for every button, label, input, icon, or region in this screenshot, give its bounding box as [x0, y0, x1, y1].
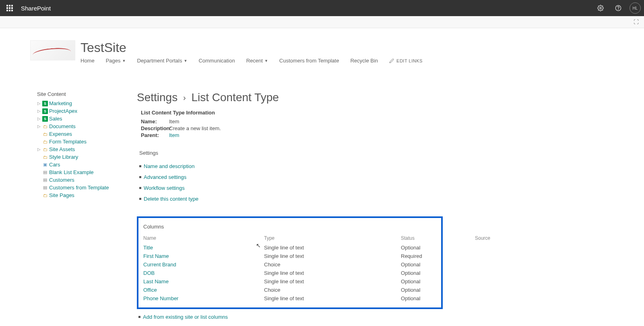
picture-library-icon: ▣ — [42, 162, 48, 168]
tree-item-blank-list-example[interactable]: ▤Blank List Example — [37, 168, 137, 176]
svg-rect-0 — [6, 5, 8, 6]
nav-home[interactable]: Home — [80, 58, 95, 64]
link-name-description[interactable]: Name and description — [144, 163, 194, 169]
ct-name-value: Item — [169, 118, 179, 125]
column-link-first-name[interactable]: First Name — [143, 253, 169, 259]
list-icon: ▤ — [42, 177, 48, 183]
tree-item-marketing[interactable]: ▷SMarketing — [37, 100, 137, 107]
nav-department-portals[interactable]: Department Portals▼ — [137, 58, 187, 64]
nav-customers-from-template[interactable]: Customers from Template — [279, 58, 339, 64]
column-status: Optional — [401, 294, 479, 303]
avatar[interactable]: HL — [630, 2, 641, 14]
sidebar-title: Site Content — [37, 91, 137, 97]
columns-table: Name Type Status Source Title Single lin… — [143, 235, 436, 303]
brand-label[interactable]: SharePoint — [21, 5, 51, 12]
focus-content-icon[interactable]: ⛶ — [632, 18, 640, 26]
breadcrumb-settings[interactable]: Settings — [137, 91, 178, 104]
library-icon: 🗀 — [42, 193, 48, 198]
svg-rect-7 — [9, 10, 10, 11]
ct-name-label: Name: — [141, 118, 169, 125]
column-link-phone-number[interactable]: Phone Number — [143, 295, 178, 301]
expand-icon[interactable]: ▷ — [37, 101, 41, 106]
subsite-icon: S — [42, 116, 48, 122]
column-type: Choice — [264, 260, 401, 269]
column-type: Choice — [264, 286, 401, 294]
link-add-from-existing[interactable]: Add from existing site or list columns — [143, 314, 228, 320]
column-type: Single line of text — [264, 243, 401, 252]
tree-item-customers[interactable]: ▤Customers — [37, 176, 137, 184]
tree-item-form-templates[interactable]: 🗀Form Templates — [37, 138, 137, 145]
column-link-dob[interactable]: DOB — [143, 270, 155, 276]
svg-point-11 — [618, 9, 619, 10]
col-header-source: Source — [475, 235, 490, 243]
column-type: Single line of text — [264, 269, 401, 277]
expand-icon[interactable]: ▷ — [37, 116, 41, 121]
column-status: Optional — [401, 243, 479, 252]
library-icon: 🗀 — [42, 131, 48, 137]
breadcrumb: Settings › List Content Type — [137, 91, 620, 104]
site-content-tree: ▷SMarketing ▷SProjectApex ▷SSales ▷🗀Docu… — [37, 100, 137, 199]
tree-item-cars[interactable]: ▣Cars — [37, 161, 137, 168]
tree-item-customers-from-template[interactable]: ▤Customers from Template — [37, 184, 137, 191]
nav-pages[interactable]: Pages▼ — [106, 58, 126, 64]
tree-item-expenses[interactable]: 🗀Expenses — [37, 130, 137, 138]
columns-highlight-box: Columns Name Type Status Source Title Si… — [137, 216, 443, 309]
column-type: Single line of text — [264, 252, 401, 260]
link-delete-content-type[interactable]: Delete this content type — [144, 196, 198, 202]
nav-communication[interactable]: Communication — [198, 58, 235, 64]
chevron-down-icon: ▼ — [184, 59, 187, 63]
svg-rect-1 — [9, 5, 10, 6]
top-navigation: Home Pages▼ Department Portals▼ Communic… — [80, 58, 644, 64]
nav-recent[interactable]: Recent▼ — [246, 58, 268, 64]
link-advanced-settings[interactable]: Advanced settings — [144, 174, 186, 180]
bullet-icon — [139, 176, 141, 178]
tree-item-site-pages[interactable]: 🗀Site Pages — [37, 191, 137, 199]
app-launcher-icon[interactable] — [3, 2, 16, 15]
expand-icon[interactable]: ▷ — [37, 147, 41, 152]
ct-parent-link[interactable]: Item — [169, 132, 179, 138]
column-status: Optional — [401, 277, 479, 286]
main-content: Settings › List Content Type List Conten… — [137, 91, 644, 326]
subsite-icon: S — [42, 108, 48, 114]
tree-item-projectapex[interactable]: ▷SProjectApex — [37, 107, 137, 115]
svg-rect-8 — [11, 10, 13, 11]
settings-gear-icon[interactable] — [594, 2, 607, 15]
ct-desc-label: Description: — [141, 125, 169, 131]
help-icon[interactable] — [612, 2, 625, 15]
column-link-last-name[interactable]: Last Name — [143, 278, 169, 284]
edit-links-button[interactable]: EDIT LINKS — [389, 58, 423, 63]
content-type-info-heading: List Content Type Information — [141, 110, 620, 116]
site-logo[interactable] — [30, 40, 75, 60]
nav-recycle-bin[interactable]: Recycle Bin — [350, 58, 378, 64]
expand-icon[interactable]: ▷ — [37, 124, 41, 129]
column-status: Optional — [401, 286, 479, 294]
column-status: Optional — [401, 269, 479, 277]
left-sidebar: Site Content ▷SMarketing ▷SProjectApex ▷… — [0, 91, 137, 326]
tree-item-sales[interactable]: ▷SSales — [37, 115, 137, 123]
svg-point-9 — [600, 7, 601, 9]
svg-rect-5 — [11, 7, 13, 9]
bullet-icon — [139, 165, 141, 167]
column-link-title[interactable]: Title — [143, 245, 153, 251]
site-title[interactable]: TestSite — [80, 40, 644, 55]
column-type: Single line of text — [264, 294, 401, 303]
bullet-icon — [139, 187, 141, 189]
link-workflow-settings[interactable]: Workflow settings — [144, 185, 185, 191]
tree-item-site-assets[interactable]: ▷🗀Site Assets — [37, 145, 137, 153]
column-status: Required — [401, 252, 479, 260]
breadcrumb-separator-icon: › — [183, 93, 186, 102]
list-icon: ▤ — [42, 170, 48, 175]
ct-parent-label: Parent: — [141, 132, 169, 138]
column-link-current-brand[interactable]: Current Brand — [143, 262, 176, 268]
svg-rect-2 — [11, 5, 13, 6]
chevron-down-icon: ▼ — [264, 59, 268, 63]
library-icon: 🗀 — [42, 147, 48, 152]
column-link-office[interactable]: Office — [143, 287, 157, 293]
breadcrumb-current: List Content Type — [191, 91, 279, 104]
ribbon-bar: ⛶ — [0, 16, 644, 28]
settings-section-title: Settings — [139, 150, 620, 156]
tree-item-style-library[interactable]: 🗀Style Library — [37, 153, 137, 161]
expand-icon[interactable]: ▷ — [37, 109, 41, 113]
tree-item-documents[interactable]: ▷🗀Documents — [37, 123, 137, 130]
columns-section-title: Columns — [143, 224, 436, 230]
